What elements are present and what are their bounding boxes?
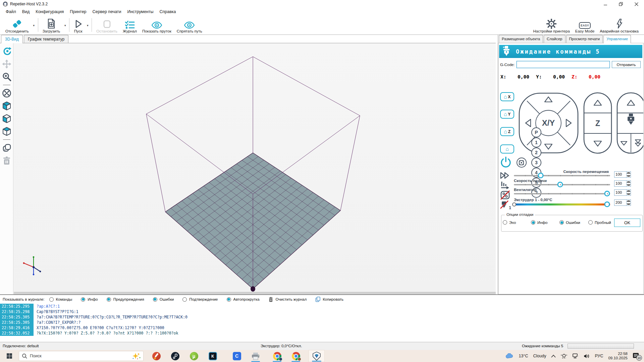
zoom-view-icon[interactable]	[2, 72, 11, 81]
start-button[interactable]: Пуск	[71, 15, 85, 35]
hidden-icons-chevron[interactable]	[551, 355, 556, 358]
front-view-icon[interactable]	[2, 114, 11, 123]
tab-Размещение объекта[interactable]: Размещение объекта	[499, 35, 543, 43]
log-entries[interactable]: 22:58:25.295?ap:A?C?:122:58:25.298Cap?B?…	[0, 304, 644, 336]
menu-item-Сервер печати[interactable]: Сервер печати	[90, 8, 124, 15]
log-row[interactable]: 22:58:25.305?a?:CHA?B?R?TEMP?R?TURE:0?C?…	[0, 314, 644, 320]
screen-record-icon[interactable]	[561, 354, 567, 359]
copy-log-button[interactable]: Копировать	[315, 297, 343, 302]
slider-value[interactable]: 100	[614, 181, 626, 186]
slider-value[interactable]: 100	[614, 172, 626, 177]
close-button[interactable]	[629, 0, 644, 8]
keyboard-language[interactable]: РУС	[595, 354, 603, 358]
tab-График температур[interactable]: График температур	[24, 35, 68, 43]
tab-Управление[interactable]: Управление	[603, 35, 631, 43]
volume-icon[interactable]	[584, 354, 590, 359]
ok-button[interactable]: OK	[614, 219, 640, 227]
hide-travel-button[interactable]: Спрятать путь	[174, 15, 205, 35]
spin-down-icon[interactable]	[627, 175, 631, 178]
slider-track[interactable]	[514, 193, 610, 194]
log-toggle-Команды[interactable]: Команды	[49, 297, 72, 302]
show-filament-button[interactable]: Показать пруток	[140, 15, 174, 35]
spinner-arrows[interactable]	[626, 172, 631, 177]
log-button[interactable]: Журнал	[120, 15, 140, 35]
radio-Автопрокрутка[interactable]	[227, 297, 231, 302]
log-toggle-Автопрокрутка[interactable]: Автопрокрутка	[227, 297, 260, 302]
debug-option-Ошибки[interactable]: Ошибки	[559, 220, 580, 225]
taskbar-app-steam[interactable]	[168, 350, 182, 362]
printer-settings-button[interactable]: Настройки принтера	[530, 15, 572, 35]
print-bed-scene[interactable]	[14, 43, 496, 292]
home-y-button[interactable]: ⌂ Y	[500, 110, 514, 119]
slider-value-spinner[interactable]: 100	[614, 189, 631, 196]
home-all-button[interactable]: ⌂	[500, 144, 514, 154]
log-row[interactable]: 22:58:25.305?a?:CON?I?_EXPOR?:?	[0, 320, 644, 325]
log-row[interactable]: 22:58:25.298Cap?B?BYST?P?I?G:1	[0, 309, 644, 314]
z-jog-pad[interactable]: Z	[583, 92, 612, 155]
home-z-button[interactable]: ⌂ Z	[500, 127, 514, 136]
spin-down-icon[interactable]	[627, 203, 631, 206]
motors-off-button[interactable]	[517, 158, 527, 168]
log-row[interactable]: 22:58:32.052?k?X:150?0? Y:0?0? Z:5.0? ?:…	[0, 330, 644, 336]
slider-track[interactable]	[514, 184, 610, 185]
macro-button-3[interactable]: 3	[531, 158, 541, 168]
log-row[interactable]: 22:58:25.295?ap:A?C?:1	[0, 304, 644, 309]
load-button[interactable]: Загрузить	[40, 15, 63, 35]
spin-up-icon[interactable]	[627, 200, 631, 203]
emergency-stop-button[interactable]: Аварийная остановка	[597, 15, 641, 35]
taskbar-app-printer[interactable]	[248, 350, 263, 362]
rotate-view-icon[interactable]	[2, 47, 11, 56]
clock[interactable]: 22:58 09.10.2025	[608, 352, 628, 360]
notification-center-button[interactable]: 10	[633, 352, 639, 360]
log-row[interactable]: 22:58:29.416X?150.?0?Y?0.00?Z?5.00 E?0?0…	[0, 325, 644, 330]
menu-item-Принтер[interactable]: Принтер	[67, 8, 89, 15]
tab-Слайсер[interactable]: Слайсер	[544, 35, 565, 43]
gcode-input[interactable]	[517, 61, 610, 68]
log-toggle-Подтверждение[interactable]: Подтверждение	[182, 297, 218, 302]
weather-temp[interactable]: 13°C	[519, 354, 528, 358]
restore-button[interactable]	[613, 0, 629, 8]
slider-value-spinner[interactable]: 100	[614, 180, 631, 187]
tab-Просмотр печати[interactable]: Просмотр печати	[566, 35, 603, 43]
debug-option-Эхо[interactable]: Эхо	[503, 220, 516, 225]
taskbar-app-chrome-2[interactable]	[288, 350, 303, 362]
fit-view-icon[interactable]	[2, 88, 11, 98]
tab-3D-Вид[interactable]: 3D-Вид	[1, 35, 23, 43]
disconnect-dropdown-icon[interactable]: ▾	[32, 15, 36, 35]
debug-option-Инфо[interactable]: Инфо	[531, 220, 547, 225]
slider-handle[interactable]	[557, 182, 563, 187]
network-icon[interactable]	[572, 353, 579, 359]
taskbar-app-kinopoisk[interactable]: К	[205, 350, 220, 362]
menu-item-Справка[interactable]: Справка	[157, 8, 179, 15]
taskbar-app-ccleaner[interactable]	[149, 350, 164, 362]
log-toggle-Предупреждения[interactable]: Предупреждения	[107, 297, 144, 302]
isometric-view-icon[interactable]	[2, 101, 11, 111]
taskbar-search[interactable]: Поиск	[19, 351, 144, 361]
clear-log-button[interactable]: Очистить журнал	[268, 297, 307, 302]
taskbar-app-utorrent[interactable]: µ	[186, 350, 201, 362]
menu-item-Файл[interactable]: Файл	[3, 8, 19, 15]
menu-item-Вид[interactable]: Вид	[19, 8, 33, 15]
macro-button-P[interactable]: P	[531, 127, 541, 137]
menu-item-Инструменты[interactable]: Инструменты	[124, 8, 157, 15]
spin-up-icon[interactable]	[627, 172, 631, 175]
minimize-button[interactable]	[598, 0, 613, 8]
slider-track[interactable]	[514, 203, 610, 205]
extruder-jog-pad[interactable]	[616, 92, 644, 155]
radio-Пробный[interactable]	[588, 220, 593, 225]
debug-option-Пробный[interactable]: Пробный	[588, 220, 611, 225]
start-dropdown-icon[interactable]: ▾	[85, 15, 90, 35]
spin-up-icon[interactable]	[627, 181, 631, 184]
spinner-arrows[interactable]	[626, 200, 631, 205]
weather-desc[interactable]: Cloudy	[533, 354, 546, 358]
slider-handle[interactable]	[604, 201, 610, 207]
start-menu-button[interactable]	[2, 350, 17, 362]
radio-Команды[interactable]	[49, 297, 54, 302]
slider-min-handle[interactable]	[512, 202, 516, 206]
easy-mode-button[interactable]: EASY Easy Mode	[573, 15, 597, 35]
spin-down-icon[interactable]	[627, 193, 631, 196]
spin-up-icon[interactable]	[627, 190, 631, 193]
slider-handle[interactable]	[604, 191, 610, 196]
radio-Ошибки[interactable]	[153, 297, 157, 302]
taskbar-app-chrome-1[interactable]	[270, 350, 284, 362]
